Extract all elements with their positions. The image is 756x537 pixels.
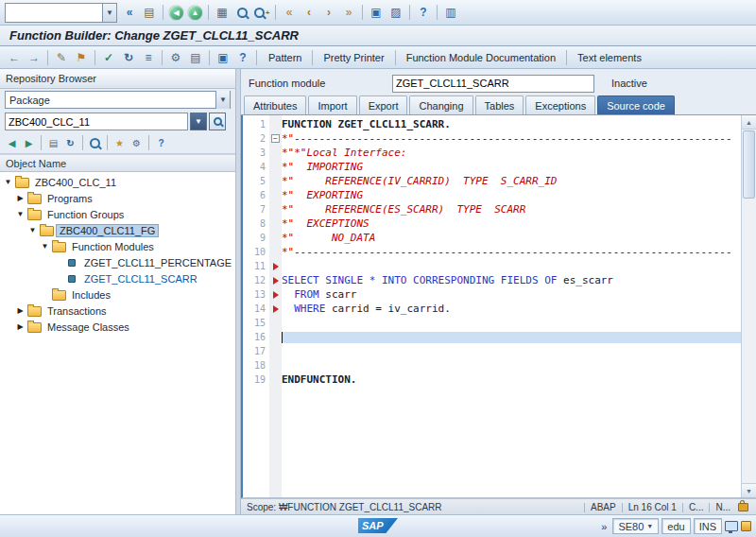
create-shortcut-icon[interactable]: ▨ [387,3,405,22]
display-object-icon[interactable] [209,113,226,130]
button-function-module-documentation[interactable]: Function Module Documentation [400,50,562,65]
refresh-icon[interactable]: ↻ [62,135,78,151]
command-field[interactable]: ▼ [5,3,117,23]
test-icon[interactable]: ⚙ [166,48,185,67]
goto-icon[interactable]: ▣ [214,48,232,67]
forward-arrow-icon[interactable]: → [25,48,43,67]
help-icon[interactable]: ? [153,135,169,151]
code-line[interactable]: 7*" REFERENCE(ES_SCARR) TYPE SCARR [243,202,741,217]
previous-page-icon[interactable]: ‹ [300,3,318,22]
collapse-icon[interactable]: ▼ [41,242,49,251]
scroll-up-icon[interactable]: ▲ [742,115,756,130]
code-line[interactable]: 13 FROM scarr [243,287,741,302]
scrollbar-thumb[interactable] [743,130,755,199]
copy-icon[interactable]: ▤ [186,48,205,67]
customize-layout-icon[interactable]: ▥ [441,3,460,22]
code-line[interactable]: 5*" REFERENCE(IV_CARRID) TYPE S_CARR_ID [243,174,741,188]
tab-attributes[interactable]: Attributes [244,95,306,114]
tab-source-code[interactable]: Source code [597,95,675,114]
tab-export[interactable]: Export [359,95,408,114]
chevron-down-icon[interactable]: ▼ [646,523,653,529]
insert-mode-field[interactable]: INS [694,518,722,534]
collapse-icon[interactable]: ▼ [28,226,37,234]
chevron-down-icon[interactable]: ▼ [215,91,230,109]
fold-collapse-icon[interactable]: − [269,131,282,146]
monitor-icon[interactable] [725,521,738,531]
tab-changing[interactable]: Changing [409,95,472,114]
code-line[interactable]: 2−*"------------------------------------… [243,131,741,146]
code-line[interactable]: 10*"------------------------------------… [243,245,741,259]
tab-import[interactable]: Import [308,95,356,114]
tree-item-zget-clcl11-scarr[interactable]: ZGET_CLCL11_SCARR [0,270,235,286]
find-next-icon[interactable]: + [252,3,271,22]
editor-vertical-scrollbar[interactable]: ▲ ▼ [741,115,756,497]
print-icon[interactable]: ▦ [213,3,232,22]
message-log-icon[interactable] [741,521,751,531]
tree-item-zbc400-clc-11[interactable]: ▼ZBC400_CLC_11 [0,174,235,190]
exit-icon[interactable]: ▲ [188,6,202,20]
collapse-icon[interactable]: ▼ [16,210,25,218]
scroll-down-icon[interactable]: ▼ [742,483,756,497]
help-icon[interactable]: ? [414,3,433,22]
browser-type-select[interactable]: Package ▼ [5,91,231,109]
tree-item-programs[interactable]: ▶Programs [0,190,235,206]
code-line[interactable]: 6*" EXPORTING [243,188,741,202]
tab-tables[interactable]: Tables [475,95,524,114]
where-used-icon[interactable]: ↻ [119,48,138,67]
last-page-icon[interactable]: » [339,3,358,22]
expand-icon[interactable]: ▶ [16,194,25,202]
first-page-icon[interactable]: « [280,3,299,22]
back-icon[interactable]: ◀ [4,135,20,151]
code-line[interactable]: 14 WHERE carrid = iv_carrid. [243,302,741,316]
tree-item-includes[interactable]: Includes [0,286,235,303]
tree-item-zbc400-clc11-fg[interactable]: ▼ZBC400_CLC11_FG [0,222,235,238]
new-session-icon[interactable]: ▣ [367,3,386,22]
collapse-icon[interactable]: ▼ [4,178,12,186]
display-change-icon[interactable]: ✎ [52,48,71,67]
hide-browser-icon[interactable]: ▤ [45,135,61,151]
object-name-input[interactable] [5,113,188,130]
code-line[interactable]: 15 [243,316,741,330]
button-pretty-printer[interactable]: Pretty Printer [317,50,390,65]
settings-icon[interactable]: ⚙ [129,135,145,151]
syntax-check-icon[interactable]: ✓ [99,48,118,67]
find-icon[interactable] [232,3,251,22]
tree-item-transactions[interactable]: ▶Transactions [0,303,235,319]
code-line[interactable]: 19ENDFUNCTION. [243,372,741,387]
function-module-input[interactable] [392,75,594,93]
code-line[interactable]: 3*"*"Local Interface: [243,146,741,160]
source-code-editor[interactable]: 1FUNCTION ZGET_CLCL11_SCARR.2−*"--------… [241,115,756,498]
code-line[interactable]: 18 [243,358,741,372]
save-icon[interactable]: ▤ [140,3,159,22]
back-icon[interactable]: ◀ [169,6,183,20]
tree-item-function-groups[interactable]: ▼Function Groups [0,206,235,222]
activate-icon[interactable]: ⚑ [72,48,91,67]
command-dropdown-icon[interactable]: ▼ [102,4,116,22]
tree-item-message-classes[interactable]: ▶Message Classes [0,319,235,335]
tree-item-function-modules[interactable]: ▼Function Modules [0,238,235,254]
statusbar-expand-button[interactable]: » [598,521,610,532]
next-page-icon[interactable]: › [319,3,338,22]
code-line[interactable]: 12SELECT SINGLE * INTO CORRESPONDING FIE… [243,273,741,287]
code-line[interactable]: 9*" NO_DATA [243,231,741,245]
button-pattern[interactable]: Pattern [262,50,308,65]
button-text-elements[interactable]: Text elements [571,50,648,65]
forward-icon[interactable]: ▶ [21,135,37,151]
command-input[interactable] [6,6,102,20]
history-dropdown-icon[interactable]: ▼ [190,113,207,130]
info-icon[interactable]: ? [233,48,252,67]
enter-icon[interactable]: « [120,3,139,22]
back-arrow-icon[interactable]: ← [5,48,24,67]
expand-icon[interactable]: ▶ [16,322,25,331]
tree-item-zget-clcl11-percentage[interactable]: ZGET_CLCL11_PERCENTAGE [0,254,235,270]
code-line[interactable]: 11 [243,259,741,273]
code-area[interactable]: 1FUNCTION ZGET_CLCL11_SCARR.2−*"--------… [243,115,741,497]
find-icon[interactable] [87,135,103,151]
code-line[interactable]: 16 [243,330,741,344]
code-line[interactable]: 4*" IMPORTING [243,160,741,174]
expand-icon[interactable]: ▶ [16,306,25,315]
tab-exceptions[interactable]: Exceptions [525,95,595,114]
transaction-field[interactable]: SE80 ▼ [612,518,659,534]
code-line[interactable]: 8*" EXCEPTIONS [243,217,741,231]
object-list-icon[interactable]: ≡ [139,48,158,67]
